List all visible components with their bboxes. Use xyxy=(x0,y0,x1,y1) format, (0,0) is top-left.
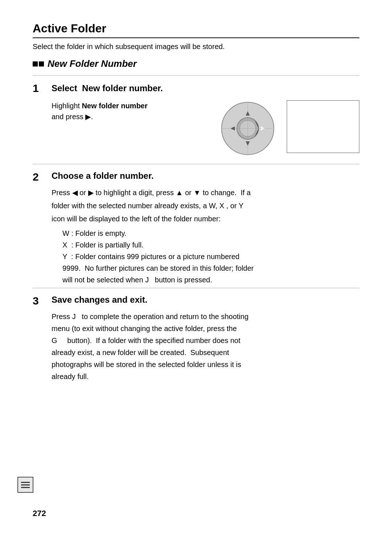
step2-line1: Press ◀ or ▶ to highlight a digit, press… xyxy=(52,187,359,198)
title-rule xyxy=(33,37,359,38)
step2-number: 2 xyxy=(33,171,52,183)
bottom-menu-icon xyxy=(17,477,33,493)
step2-item-y2: 9999. No further pictures can be stored … xyxy=(52,262,359,274)
step2-item-y3: will not be selected when J button is pr… xyxy=(52,274,359,286)
step2-item-x: X : Folder is partially full. xyxy=(52,239,359,251)
step1-number: 1 xyxy=(33,82,52,94)
step3-content: Save changes and exit. Press J to comple… xyxy=(52,295,359,383)
step1-main: Highlight New folder number and press ▶. xyxy=(33,100,359,157)
step3-body: Press J to complete the operation and re… xyxy=(52,309,359,383)
step3-line3: G button). If a folder with the specifie… xyxy=(52,335,359,347)
step1-highlight-text: Highlight New folder number xyxy=(52,100,209,111)
step3-row: 3 Save changes and exit. Press J to comp… xyxy=(33,295,359,383)
step2-title: Choose a folder number. xyxy=(52,171,359,181)
step1-bold-text: New folder number xyxy=(82,102,147,110)
page-title: Active Folder xyxy=(33,22,359,35)
step1-title: Select New folder number. xyxy=(52,82,163,93)
step3-line4: already exist, a new folder will be crea… xyxy=(52,347,359,359)
subtitle-text: Select the folder in which subsequent im… xyxy=(33,43,359,51)
menu-line-3 xyxy=(21,487,30,488)
step3-rule xyxy=(33,288,359,288)
step1-arrow: ▶ xyxy=(85,113,91,121)
step2-item-w: W : Folder is empty. xyxy=(52,227,359,239)
screenshot-box xyxy=(287,100,359,153)
step2-body: Press ◀ or ▶ to highlight a digit, press… xyxy=(52,185,359,286)
step1-rule xyxy=(33,75,359,76)
step3-line2: menu (to exit without changing the activ… xyxy=(52,323,359,335)
menu-lines xyxy=(21,482,30,488)
step3-line6: already full. xyxy=(52,371,359,383)
step1-text: Highlight New folder number and press ▶. xyxy=(52,100,209,122)
black-sq-2 xyxy=(39,61,44,67)
menu-line-2 xyxy=(21,484,30,485)
page-number: 272 xyxy=(33,509,46,518)
dpad-container xyxy=(220,100,276,157)
page-container: Active Folder Select the folder in which… xyxy=(0,0,392,540)
dpad-svg xyxy=(220,100,276,157)
black-squares-icon xyxy=(33,61,44,67)
step2-rule xyxy=(33,164,359,164)
step3-line1: Press J to complete the operation and re… xyxy=(52,311,359,323)
step2-line2: folder with the selected number already … xyxy=(52,200,359,211)
step1-press-text: and press ▶. xyxy=(52,111,209,122)
step2-content: Choose a folder number. Press ◀ or ▶ to … xyxy=(52,171,359,286)
step3-line5: photographs will be stored in the select… xyxy=(52,359,359,371)
step3-number: 3 xyxy=(33,295,52,307)
step1-title-row: 1 Select New folder number. xyxy=(33,82,359,94)
black-sq-1 xyxy=(33,61,38,67)
step2-item-y1: Y : Folder contains 999 pictures or a pi… xyxy=(52,251,359,262)
section-heading: New Folder Number xyxy=(33,58,359,69)
step2-line3: icon will be displayed to the left of th… xyxy=(52,213,359,225)
step2-row: 2 Choose a folder number. Press ◀ or ▶ t… xyxy=(33,171,359,286)
step3-title: Save changes and exit. xyxy=(52,295,359,305)
section-heading-text: New Folder Number xyxy=(48,58,137,69)
menu-line-1 xyxy=(21,482,30,483)
step1-body: Highlight New folder number and press ▶. xyxy=(52,100,359,157)
